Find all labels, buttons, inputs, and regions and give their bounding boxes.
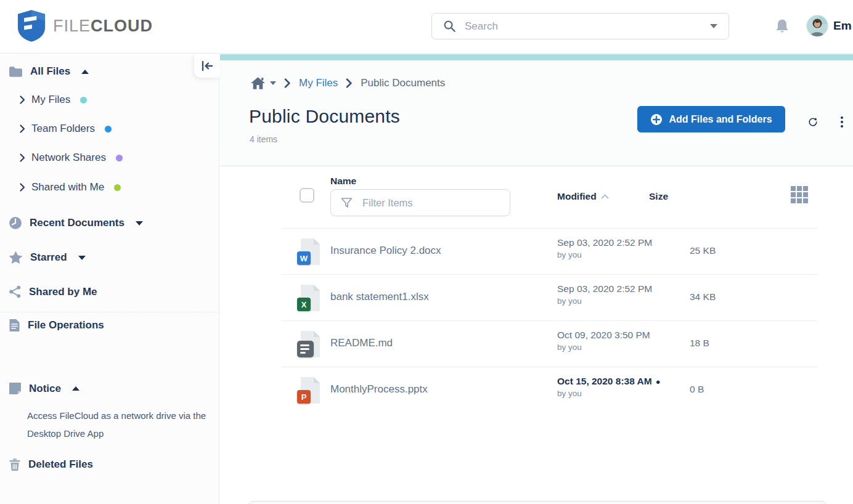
breadcrumb-my-files[interactable]: My Files	[299, 77, 338, 89]
status-dot	[80, 97, 87, 104]
modified-date-text: Oct 15, 2020 8:38 AM	[557, 376, 652, 386]
breadcrumb-home[interactable]	[250, 76, 276, 91]
sidebar-item-label: Recent Documents	[30, 217, 124, 229]
refresh-icon	[808, 115, 818, 129]
top-header: FILECLOUD Em	[0, 0, 853, 54]
chevron-right-icon	[346, 78, 353, 88]
size-cell: 34 KB	[690, 291, 716, 303]
column-header-size[interactable]: Size	[649, 191, 668, 202]
sidebar-item-network-shares[interactable]: Network Shares	[0, 152, 211, 164]
breadcrumb-current: Public Documents	[361, 77, 445, 89]
sidebar-item-label: Starred	[30, 251, 67, 264]
file-row[interactable]: README.md Oct 09, 2020 3:50 PM by you 18…	[281, 320, 817, 367]
collapse-arrow-left-icon	[201, 60, 213, 71]
search-input[interactable]	[456, 20, 710, 33]
filecloud-logo[interactable]: FILECLOUD	[17, 9, 153, 43]
user-name[interactable]: Em	[833, 19, 852, 33]
modified-by: by you	[557, 389, 661, 398]
filter-items-input[interactable]	[353, 197, 510, 209]
modified-by: by you	[557, 296, 652, 306]
modified-by: by you	[557, 250, 652, 259]
sidebar-collapse-button[interactable]	[194, 54, 219, 78]
modified-date: Oct 09, 2020 3:50 PM	[557, 330, 650, 341]
table-header: Name Modified Size	[281, 166, 817, 228]
sidebar-item-recent-documents[interactable]: Recent Documents	[0, 216, 211, 230]
column-header-modified[interactable]: Modified	[557, 191, 609, 202]
sidebar-item-notice[interactable]: Notice	[0, 382, 211, 395]
file-row[interactable]: P MonthlyProcess.pptx Oct 15, 2020 8:38 …	[281, 367, 817, 413]
filter-box[interactable]	[330, 189, 510, 216]
home-caret-down-icon	[270, 81, 276, 85]
filecloud-app: FILECLOUD Em	[0, 0, 853, 504]
word-badge: W	[297, 251, 311, 265]
excel-badge: X	[297, 298, 311, 311]
sidebar-item-shared-with-me[interactable]: Shared with Me	[0, 181, 211, 193]
plus-circle-icon	[650, 113, 663, 126]
more-options-kebab-icon[interactable]	[836, 114, 847, 130]
caret-up-icon	[72, 386, 80, 391]
accent-bar	[220, 54, 853, 60]
modified-date: Oct 15, 2020 8:38 AM●	[557, 376, 661, 387]
breadcrumb: My Files Public Documents	[250, 75, 445, 92]
sidebar-item-label: All Files	[30, 65, 70, 78]
caret-up-icon	[81, 70, 89, 74]
modified-cell: Sep 03, 2020 2:52 PM by you	[557, 237, 652, 259]
excel-file-icon: X	[299, 284, 321, 312]
add-button-label: Add Files and Folders	[669, 114, 772, 125]
file-name[interactable]: Insurance Policy 2.docx	[330, 245, 441, 257]
notifications-bell-icon[interactable]	[774, 18, 790, 35]
sidebar-item-my-files[interactable]: My Files	[0, 94, 211, 106]
modified-cell: Sep 03, 2020 2:52 PM by you	[557, 283, 652, 306]
recent-change-dot: ●	[656, 377, 661, 386]
modified-cell: Oct 09, 2020 3:50 PM by you	[557, 330, 650, 352]
powerpoint-file-icon: P	[299, 376, 321, 404]
items-count: 4 items	[250, 134, 277, 144]
notice-text: Access FileCloud as a network drive via …	[27, 407, 207, 442]
modified-by: by you	[557, 343, 650, 352]
column-header-name[interactable]: Name	[330, 176, 356, 187]
status-dot	[116, 155, 123, 161]
sidebar-item-deleted-files[interactable]: Deleted Files	[0, 458, 211, 471]
search-scope-caret-icon[interactable]	[710, 24, 717, 28]
size-cell: 0 B	[690, 384, 704, 395]
share-icon	[9, 285, 22, 298]
word-file-icon: W	[299, 238, 321, 266]
sidebar-item-label: Team Folders	[31, 123, 95, 135]
sidebar-item-label: Shared with Me	[31, 181, 104, 193]
file-row[interactable]: X bank statement1.xlsx Sep 03, 2020 2:52…	[281, 274, 817, 320]
sidebar-item-file-operations[interactable]: File Operations	[0, 319, 211, 332]
grid-view-toggle-icon[interactable]	[791, 186, 808, 203]
file-row[interactable]: W Insurance Policy 2.docx Sep 03, 2020 2…	[281, 228, 817, 274]
sidebar-item-all-files[interactable]: All Files	[0, 65, 211, 78]
sidebar-item-starred[interactable]: Starred	[0, 251, 211, 264]
sidebar-item-label: My Files	[31, 94, 70, 106]
sidebar-item-team-folders[interactable]: Team Folders	[0, 123, 211, 135]
search-bar[interactable]	[431, 13, 729, 39]
sticky-note-icon	[9, 382, 22, 395]
sidebar-divider	[0, 312, 219, 312]
filter-funnel-icon	[341, 197, 353, 209]
chevron-right-icon	[20, 124, 25, 133]
select-all-checkbox[interactable]	[300, 188, 314, 203]
main-content: My Files Public Documents Public Documen…	[220, 54, 853, 504]
file-name[interactable]: bank statement1.xlsx	[330, 291, 429, 303]
star-icon	[9, 251, 23, 264]
file-name[interactable]: README.md	[330, 337, 393, 349]
modified-cell: Oct 15, 2020 8:38 AM● by you	[557, 376, 661, 398]
chevron-right-icon	[20, 183, 25, 192]
modified-date: Sep 03, 2020 2:52 PM	[557, 237, 652, 248]
add-files-and-folders-button[interactable]: Add Files and Folders	[637, 106, 785, 132]
sidebar: All Files My Files Team Folders Network …	[0, 54, 219, 504]
chevron-right-icon	[284, 78, 291, 88]
user-avatar[interactable]	[806, 15, 828, 37]
sidebar-item-label: Deleted Files	[28, 458, 93, 471]
file-name[interactable]: MonthlyProcess.pptx	[330, 383, 428, 396]
sidebar-item-shared-by-me[interactable]: Shared by Me	[0, 285, 211, 298]
sort-ascending-icon	[601, 194, 609, 199]
status-dot	[114, 184, 121, 191]
bottom-panel-peek	[248, 501, 827, 504]
refresh-button[interactable]	[804, 113, 822, 131]
brand-cloud-text: CLOUD	[91, 17, 153, 35]
markdown-badge	[297, 341, 314, 357]
size-cell: 25 KB	[690, 245, 716, 256]
